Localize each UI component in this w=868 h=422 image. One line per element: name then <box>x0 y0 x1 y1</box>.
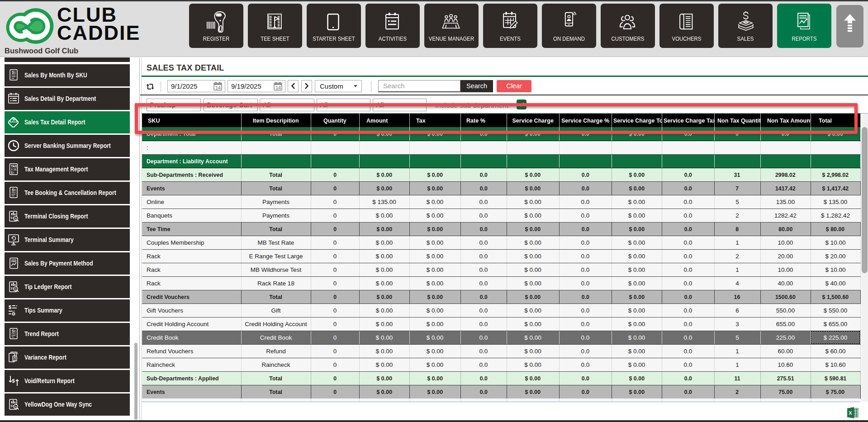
svg-text:$: $ <box>12 70 14 75</box>
svg-text:$: $ <box>12 188 14 192</box>
svg-text:14: 14 <box>275 85 281 90</box>
svg-text:X: X <box>849 410 852 416</box>
svg-text:%: % <box>14 405 17 408</box>
svg-text:$: $ <box>9 304 11 310</box>
svg-text:$: $ <box>12 329 14 333</box>
svg-text:SALE: SALE <box>10 120 18 123</box>
svg-text:TAX: TAX <box>11 165 17 168</box>
svg-text:11: 11 <box>15 351 18 355</box>
svg-text:$=: $= <box>11 171 14 174</box>
svg-text:%: % <box>14 217 17 220</box>
svg-text:14: 14 <box>215 85 221 90</box>
svg-text:$: $ <box>12 378 15 384</box>
svg-text:%: % <box>14 288 17 290</box>
